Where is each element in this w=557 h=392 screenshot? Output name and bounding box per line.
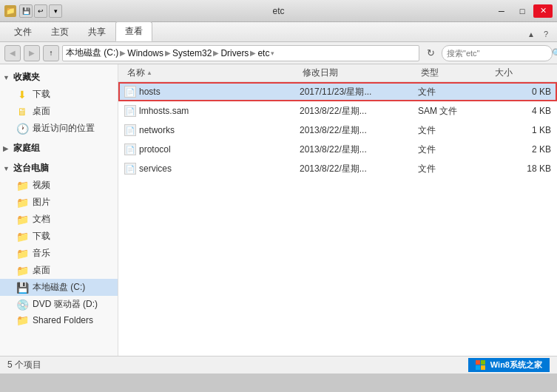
main-content: ▼ 收藏夹 ⬇ 下载 🖥 桌面 🕐 最近访问的位置 ▶ 家庭组 [0, 64, 557, 356]
sidebar-label-homegroup: 家庭组 [13, 142, 40, 155]
sidebar-item-pictures[interactable]: 📁 图片 [0, 194, 118, 211]
address-path[interactable]: 本地磁盘 (C:) ▶ Windows ▶ System32 ▶ Drivers… [62, 45, 419, 61]
ribbon-collapse-btn[interactable]: ▲ [523, 27, 539, 41]
brand-text: Win8系统之家 [490, 359, 542, 371]
file-date-cell: 2013/8/22/星期... [300, 105, 418, 118]
back-button[interactable]: ◀ [4, 45, 21, 61]
file-size-cell: 18 KB [492, 163, 551, 174]
sidebar-item-desktop[interactable]: 🖥 桌面 [0, 103, 118, 120]
sidebar-item-downloads[interactable]: 📁 下载 [0, 228, 118, 245]
path-sep-1: ▶ [120, 49, 126, 57]
file-name: services [139, 163, 172, 174]
flag-q4 [481, 365, 485, 370]
quick-down-btn[interactable]: ▾ [49, 4, 62, 18]
pictures-folder-icon: 📁 [16, 197, 28, 208]
recent-icon: 🕐 [16, 124, 28, 134]
sidebar-section-thispc: ▼ 这台电脑 📁 视频 📁 图片 📁 文档 📁 下载 📁 音乐 [0, 160, 118, 328]
forward-button[interactable]: ▶ [24, 45, 40, 61]
sidebar-item-desktop2[interactable]: 📁 桌面 [0, 262, 118, 279]
quick-access-toolbar: 💾 ↩ ▾ [19, 4, 62, 18]
col-header-size[interactable]: 大小 [492, 64, 551, 81]
tab-share[interactable]: 共享 [78, 22, 115, 41]
sidebar-item-music[interactable]: 📁 音乐 [0, 245, 118, 262]
path-root[interactable]: 本地磁盘 (C:) [66, 47, 118, 59]
sidebar-item-video[interactable]: 📁 视频 [0, 177, 118, 194]
brand-logo: Win8系统之家 [468, 358, 550, 372]
table-row[interactable]: 📄 hosts 2017/11/23/星期... 文件 0 KB [118, 82, 557, 101]
title-bar: 📁 💾 ↩ ▾ etc ─ □ ✕ [0, 0, 557, 22]
favorites-arrow-icon: ▼ [3, 74, 10, 81]
file-icon: 📄 [124, 143, 136, 155]
table-row[interactable]: 📄 protocol 2013/8/22/星期... 文件 2 KB [118, 140, 557, 159]
path-dropdown-arrow[interactable]: ▾ [271, 50, 274, 57]
desktop2-folder-icon: 📁 [16, 266, 28, 276]
sidebar-label-local-disk: 本地磁盘 (C:) [33, 281, 85, 294]
minimize-button[interactable]: ─ [492, 4, 511, 18]
sidebar-label-dvd: DVD 驱动器 (D:) [33, 298, 98, 311]
sidebar-label-favorites: 收藏夹 [13, 71, 40, 84]
ribbon-tabs: 文件 主页 共享 查看 ▲ ? [0, 22, 557, 41]
path-windows[interactable]: Windows [127, 48, 163, 58]
flag-q2 [481, 360, 485, 365]
table-row[interactable]: 📄 lmhosts.sam 2013/8/22/星期... SAM 文件 4 K… [118, 101, 557, 121]
status-right: Win8系统之家 [468, 358, 550, 372]
sidebar-label-desktop: 桌面 [33, 105, 50, 118]
path-drivers[interactable]: Drivers [220, 48, 249, 58]
tab-view[interactable]: 查看 [115, 21, 152, 41]
table-row[interactable]: 📄 networks 2013/8/22/星期... 文件 1 KB [118, 121, 557, 140]
file-name: hosts [139, 87, 161, 97]
col-size-label: 大小 [495, 67, 513, 79]
table-row[interactable]: 📄 services 2013/8/22/星期... 文件 18 KB [118, 159, 557, 178]
desktop-icon: 🖥 [16, 107, 28, 117]
col-name-label: 名称 [127, 67, 145, 79]
sidebar-item-dvd[interactable]: 💿 DVD 驱动器 (D:) [0, 296, 118, 313]
search-input[interactable] [447, 49, 549, 58]
path-system32[interactable]: System32 [172, 48, 212, 58]
sidebar-item-shared-folders[interactable]: 📁 Shared Folders [0, 313, 118, 328]
file-size-cell: 1 KB [492, 125, 551, 135]
col-name-sort-icon: ▲ [146, 70, 152, 76]
tab-file[interactable]: 文件 [4, 22, 41, 41]
col-header-date[interactable]: 修改日期 [300, 64, 418, 81]
col-header-name[interactable]: 名称 ▲ [124, 64, 300, 81]
sidebar-item-download[interactable]: ⬇ 下载 [0, 86, 118, 103]
sidebar-item-documents[interactable]: 📁 文档 [0, 211, 118, 228]
title-bar-left: 📁 💾 ↩ ▾ [4, 4, 62, 18]
sidebar-item-recent[interactable]: 🕐 最近访问的位置 [0, 120, 118, 137]
thispc-arrow-icon: ▼ [3, 165, 10, 172]
file-date-cell: 2017/11/23/星期... [300, 86, 418, 98]
flag-q1 [476, 360, 480, 365]
quick-save-btn[interactable]: 💾 [19, 4, 33, 18]
refresh-button[interactable]: ↻ [422, 45, 439, 61]
documents-folder-icon: 📁 [16, 214, 28, 225]
search-icon: 🔍 [552, 48, 557, 58]
file-name: networks [139, 125, 175, 135]
maximize-button[interactable]: □ [513, 4, 532, 18]
path-sep-4: ▶ [250, 49, 256, 57]
path-etc[interactable]: etc [257, 48, 269, 58]
up-button[interactable]: ↑ [43, 45, 59, 61]
file-type-cell: 文件 [418, 163, 492, 175]
status-bar: 5 个项目 Win8系统之家 [0, 356, 557, 374]
close-button[interactable]: ✕ [533, 4, 553, 18]
sidebar-header-favorites[interactable]: ▼ 收藏夹 [0, 69, 118, 86]
file-date-cell: 2013/8/22/星期... [300, 163, 418, 175]
help-button[interactable]: ? [539, 27, 553, 41]
dvd-drive-icon: 💿 [16, 300, 28, 310]
col-header-type[interactable]: 类型 [418, 64, 492, 81]
sidebar-label-shared-folders: Shared Folders [33, 315, 93, 325]
search-box[interactable]: 🔍 [442, 45, 553, 61]
file-icon: 📄 [124, 105, 136, 117]
windows-flag-icon [476, 360, 486, 371]
file-type-cell: 文件 [418, 143, 492, 156]
sidebar-header-homegroup[interactable]: ▶ 家庭组 [0, 140, 118, 157]
sidebar-label-video: 视频 [33, 179, 50, 192]
sidebar-header-thispc[interactable]: ▼ 这台电脑 [0, 160, 118, 177]
downloads-folder-icon: 📁 [16, 232, 28, 242]
quick-undo-btn[interactable]: ↩ [34, 4, 47, 18]
sidebar-item-local-disk[interactable]: 💾 本地磁盘 (C:) [0, 279, 118, 296]
window-title: etc [272, 6, 284, 16]
file-icon: 📄 [124, 124, 136, 136]
sidebar-section-homegroup: ▶ 家庭组 [0, 140, 118, 157]
tab-home[interactable]: 主页 [41, 22, 78, 41]
